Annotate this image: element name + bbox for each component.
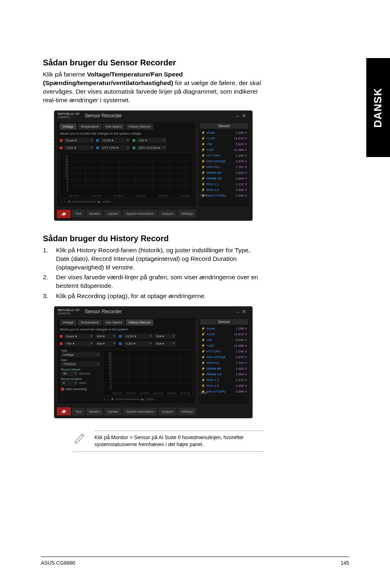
sysinfo-button[interactable]: System Information [123,210,157,218]
page-content: Sådan bruger du Sensor Recorder Klik på … [0,0,305,452]
hint-text: Allows you to monitor the changes in the… [60,132,193,135]
series-select[interactable]: CPU VCCSA ▾ [132,145,166,150]
update-button[interactable]: Update [104,210,121,218]
sensor-row: ⚡Vcore1.208 V [200,130,248,136]
sensor-row: ⚡VTT CPU1.146 V [200,153,248,159]
note-text: Klik på Monitor > Sensor på AI Suite II … [94,431,264,448]
series-select[interactable]: +5V ▾ [132,138,166,143]
sensor-row: ⚡+5V5.022 V [200,337,248,343]
sensor-row: ⚡+5V5.022 V [200,141,248,147]
record-settings: TypeVoltage Date7/5/2012 Record Interval… [60,348,101,402]
section1-heading: Sådan bruger du Sensor Recorder [43,57,264,68]
sensor-row: ⚡DRAM CD1.604 V [200,372,248,377]
close-icon[interactable]: ✕ [242,308,249,315]
titlebar: REPUBLIC OF GAMERS Sensor Recorder –✕ [54,111,252,120]
series-select[interactable]: VTT CPU ▾ [96,145,130,150]
titlebar2: REPUBLIC OF GAMERS Sensor Recorder –✕ [54,307,252,316]
hint-text2: Allows you to record the changes in the … [60,328,193,331]
sysinfo-button[interactable]: System Information [123,408,157,415]
series-select[interactable]: +12V ▾ [60,145,94,150]
tab-fanspeed[interactable]: Fan Speed [103,123,125,130]
support-button[interactable]: Support [159,408,177,415]
sensor-row: ⚡PCH 1.11.112 V [200,182,248,187]
minimize-icon[interactable]: – [236,308,242,315]
start-recording-toggle[interactable]: Start recording [61,387,100,391]
series-select[interactable]: +12V ▾N/A ▾ [119,341,176,346]
sensor-row: ⚡CPU PLL1.761 V [200,164,248,170]
interval-select[interactable]: 30 [61,371,78,376]
note: Klik på Monitor > Sensor på AI Suite II … [72,431,264,448]
type-select[interactable]: Voltage [61,352,100,357]
monitor-button[interactable]: Monitor [86,210,103,218]
app-title: Sensor Recorder [85,113,122,119]
settings-button[interactable]: Settings [178,408,196,415]
clear-button[interactable]: Clear [199,193,207,197]
date-select[interactable]: 7/5/2012 [61,361,100,367]
support-button[interactable]: Support [159,210,177,218]
rog-logo-icon[interactable] [57,407,71,415]
language-tab: DANSK [366,58,390,157]
settings-button[interactable]: Settings [178,210,196,218]
rog-logo-icon[interactable] [57,210,71,218]
window-controls2[interactable]: –✕ [236,308,249,315]
series-select[interactable]: Vcore ▾ [60,138,94,143]
page-footer: ASUS CG8890 145 [41,557,349,566]
tab-voltage[interactable]: Voltage [60,123,76,130]
zoom-control[interactable]: 〡〡 ◀ ▶ 100% [103,397,193,402]
list-item: 3.Klik på Recording (optag), for at opta… [43,292,264,301]
sensor-row: ⚡+12V11.968 V [200,343,248,349]
note-pencil-icon [72,431,87,445]
sensor-row: ⚡PCH 1.51.502 V [200,383,248,389]
tab-temperature[interactable]: Temperature [78,123,102,130]
series-select[interactable]: +5V ▾N/A ▾ [60,341,117,346]
window-controls[interactable]: –✕ [236,112,249,119]
close-icon[interactable]: ✕ [242,112,249,119]
chart-area: 242220181614121086420 09:07:4509:07:5509… [60,153,193,198]
tab-voltage[interactable]: Voltage [60,319,76,325]
app-title2: Sensor Recorder [85,309,122,314]
monitor-button[interactable]: Monitor [86,408,103,415]
tab-temperature[interactable]: Temperature [78,319,102,325]
app-screenshot-1: REPUBLIC OF GAMERS Sensor Recorder –✕ Vo… [54,110,253,221]
brand: REPUBLIC OF GAMERS [58,112,80,119]
tab-history[interactable]: History Record [126,319,153,325]
series-select[interactable]: Vcore ▾N/A ▾ [60,334,117,339]
sensor-row: ⚡VTT CPU1.146 V [200,349,248,355]
bottom-toolbar: Tool Monitor Update System Information S… [54,209,252,218]
sensor-row: ⚡DRAM AB1.602 V [200,366,248,372]
update-button[interactable]: Update [104,408,121,415]
sensor-row: ⚡CPU VCCSA1.075 V [200,159,248,164]
series-select[interactable]: +3.3V ▾ [96,138,130,143]
sensor-header: Sensor [200,319,248,325]
s1-prefix: Klik på fanerne [43,71,87,78]
footer-page: 145 [341,560,349,566]
brand2: REPUBLIC OF GAMERS [58,309,80,315]
duration-select[interactable]: 6 [61,380,78,386]
sensor-row: ⚡CPU PLL1.761 V [200,360,248,366]
mode-tabs: Voltage Temperature Fan Speed History Re… [60,123,193,130]
footer-model: ASUS CG8890 [41,560,75,566]
tab-history[interactable]: History Record [126,123,153,130]
tab-fanspeed[interactable]: Fan Speed [103,319,125,325]
instruction-list: 1.Klik på History Record-fanen (historik… [43,246,264,301]
series-select[interactable]: +3.3V ▾N/A ▾ [119,334,176,339]
list-item: 1.Klik på History Record-fanen (historik… [43,246,264,272]
clear-button[interactable]: Clear [199,391,207,395]
sensor-row: ⚡Vcore1.208 V [200,326,248,332]
app-screenshot-2: REPUBLIC OF GAMERS Sensor Recorder –✕ Vo… [54,306,253,418]
zoom-control[interactable]: 〡〡 ◀ ▶ 100% [60,200,193,204]
tool-button[interactable]: Tool [72,210,85,218]
sensor-row: ⚡PCH 1.51.502 V [200,187,248,193]
sensor-row: ⚡+3.3V11.676 V [200,136,248,141]
sensor-row: ⚡DRAM AB1.602 V [200,170,248,176]
sensor-row: ⚡PCH 1.11.112 V [200,377,248,383]
sensor-row: ⚡+3.3V11.676 V [200,332,248,337]
list-item: 2.Der vises farvede værdi-linjer på graf… [43,273,264,290]
sensor-row: ⚡+12V11.968 V [200,147,248,153]
section2-heading: Sådan bruger du History Record [43,233,264,244]
section1-paragraph: Klik på fanerne Voltage/Temperature/Fan … [43,70,264,105]
tool-button[interactable]: Tool [72,408,85,415]
minimize-icon[interactable]: – [236,112,242,119]
language-label: DANSK [372,88,385,127]
sensor-row: ⚡DRAM CD1.604 V [200,176,248,182]
